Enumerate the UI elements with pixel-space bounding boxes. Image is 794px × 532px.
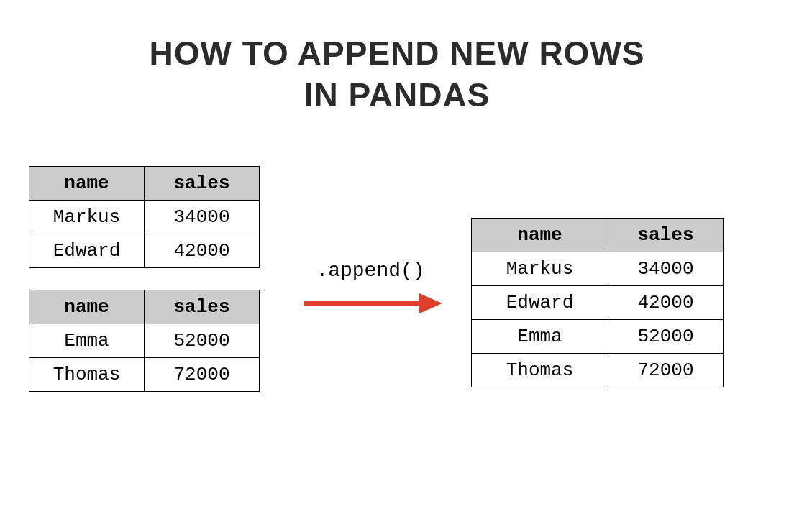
table-header-row: name sales [29, 290, 260, 324]
title-line2: IN PANDAS [0, 75, 794, 116]
cell-sales: 42000 [145, 234, 260, 268]
cell-sales: 34000 [145, 201, 260, 234]
table-row: Edward 42000 [29, 234, 260, 268]
col-header-name: name [29, 167, 145, 201]
table-row: Emma 52000 [29, 324, 260, 358]
cell-name: Thomas [29, 358, 145, 392]
col-header-sales: sales [145, 167, 260, 201]
table-row: Edward 42000 [472, 286, 724, 320]
cell-sales: 34000 [608, 252, 724, 286]
page-title: HOW TO APPEND NEW ROWS IN PANDAS [0, 33, 794, 116]
cell-sales: 72000 [608, 354, 724, 387]
table-header-row: name sales [472, 219, 724, 252]
table-row: Thomas 72000 [29, 358, 260, 392]
cell-name: Thomas [472, 354, 608, 387]
output-table-area: name sales Markus 34000 Edward 42000 Emm… [471, 218, 724, 387]
table-result: name sales Markus 34000 Edward 42000 Emm… [471, 218, 724, 387]
table-row: Thomas 72000 [472, 354, 724, 387]
table-header-row: name sales [29, 167, 260, 201]
table-row: Markus 34000 [29, 201, 260, 234]
cell-name: Emma [29, 324, 145, 358]
method-label: .append() [288, 260, 453, 282]
table-input-2: name sales Emma 52000 Thomas 72000 [29, 290, 260, 392]
col-header-sales: sales [608, 219, 724, 252]
col-header-name: name [29, 290, 145, 324]
cell-name: Markus [29, 201, 145, 234]
cell-name: Edward [29, 234, 145, 268]
cell-sales: 52000 [608, 320, 724, 354]
title-line1: HOW TO APPEND NEW ROWS [0, 33, 794, 75]
table-input-1: name sales Markus 34000 Edward 42000 [29, 166, 260, 268]
input-tables: name sales Markus 34000 Edward 42000 nam… [29, 166, 260, 392]
table-row: Markus 34000 [472, 252, 724, 286]
col-header-sales: sales [145, 290, 260, 324]
cell-sales: 72000 [145, 358, 260, 392]
table-row: Emma 52000 [472, 320, 724, 354]
cell-name: Markus [472, 252, 608, 286]
cell-name: Emma [472, 320, 608, 354]
col-header-name: name [472, 219, 608, 252]
arrow-area: .append() [288, 260, 453, 318]
cell-name: Edward [472, 286, 608, 320]
arrow-right-icon [298, 289, 442, 318]
cell-sales: 42000 [608, 286, 724, 320]
svg-marker-1 [419, 293, 442, 313]
cell-sales: 52000 [145, 324, 260, 358]
